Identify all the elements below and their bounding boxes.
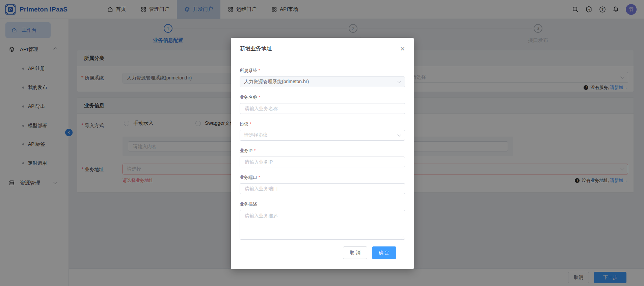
dialog-footer: 取 消 确 定	[240, 241, 405, 259]
required-mark: *	[259, 175, 260, 180]
app-window: P Primeton iPaaS 首页	[0, 0, 644, 286]
dialog-ok-button[interactable]: 确 定	[372, 246, 396, 259]
protocol-select-placeholder: 请选择协议	[244, 132, 268, 138]
dialog-cancel-button[interactable]: 取 消	[343, 246, 367, 259]
required-mark: *	[254, 148, 256, 153]
field-label: 协议*	[240, 121, 405, 127]
dialog-body: 所属系统* 人力资源管理系统(primeton.hr) 业务名称* 协议*	[231, 60, 414, 259]
field-protocol: 协议* 请选择协议	[240, 121, 405, 141]
chevron-down-icon	[397, 79, 401, 83]
field-label: 业务端口*	[240, 174, 405, 181]
field-business-ip: 业务IP*	[240, 148, 405, 167]
system-select[interactable]: 人力资源管理系统(primeton.hr)	[240, 76, 405, 87]
field-system: 所属系统* 人力资源管理系统(primeton.hr)	[240, 68, 405, 87]
close-icon[interactable]: ✕	[400, 46, 405, 52]
chevron-down-icon	[397, 133, 401, 136]
required-mark: *	[250, 121, 251, 126]
field-label: 业务描述	[240, 201, 405, 207]
add-business-address-dialog: 新增业务地址 ✕ 所属系统* 人力资源管理系统(primeton.hr) 业务名…	[231, 38, 414, 269]
system-select-value: 人力资源管理系统(primeton.hr)	[244, 79, 309, 85]
business-name-input[interactable]	[240, 103, 405, 114]
field-label: 所属系统*	[240, 68, 405, 74]
required-mark: *	[259, 68, 260, 73]
field-business-name: 业务名称*	[240, 94, 405, 114]
dialog-header: 新增业务地址 ✕	[231, 38, 414, 60]
field-label: 业务名称*	[240, 94, 405, 100]
field-business-desc: 业务描述	[240, 201, 405, 241]
dialog-title: 新增业务地址	[240, 45, 272, 52]
business-ip-input[interactable]	[240, 157, 405, 167]
required-mark: *	[259, 95, 260, 100]
protocol-select[interactable]: 请选择协议	[240, 130, 405, 141]
field-label: 业务IP*	[240, 148, 405, 154]
business-port-input[interactable]	[240, 183, 405, 194]
field-business-port: 业务端口*	[240, 174, 405, 194]
business-desc-textarea[interactable]	[240, 210, 405, 240]
